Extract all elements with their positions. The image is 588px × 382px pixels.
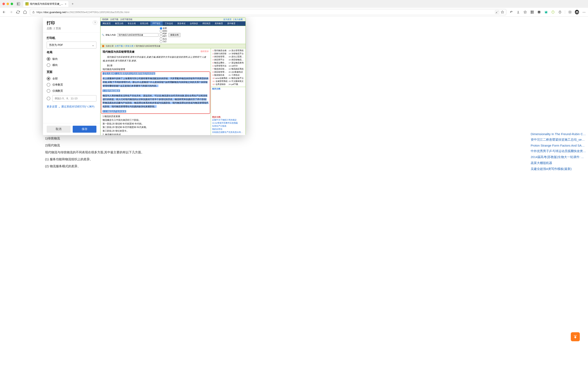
reader-mode-icon[interactable]: A» — [495, 10, 499, 14]
cancel-button[interactable]: 取消 — [47, 126, 71, 133]
topbar-link[interactable]: 加入收藏 — [234, 18, 243, 21]
nav-item[interactable]: 教育文档 — [113, 21, 126, 26]
hot-link[interactable]: 16供应链物流管理 — [228, 58, 244, 62]
nav-item[interactable]: 合同协议 — [188, 21, 200, 26]
hot-link[interactable]: 8供应链管理平台 — [212, 71, 228, 74]
more-link[interactable]: 定额中关于钢筋计算的规定 — [212, 119, 244, 122]
ext-collections-icon[interactable] — [568, 10, 572, 14]
ext-puzzle-icon[interactable] — [558, 10, 562, 14]
address-bar[interactable]: https://doc.guandang.net/bc2fd226f9055e4… — [30, 9, 506, 15]
nav-item[interactable]: 求职简历 — [200, 21, 213, 26]
breadcrumb-link[interactable]: 所有分类 — [125, 45, 133, 47]
topbar-link[interactable]: 馆档网 — [102, 18, 108, 21]
hot-link[interactable]: 22物流运输平台 — [228, 77, 244, 80]
hot-link[interactable]: 17货运物流查询 — [228, 62, 244, 64]
hot-link[interactable]: 24pdf下载 — [228, 83, 244, 86]
print-preview[interactable]: 馆档网 文档下载 文档下载导航 设为首页 | 加入收藏 网站首页教育文档专业文档… — [100, 17, 246, 135]
home-button[interactable] — [23, 10, 27, 14]
hot-link[interactable]: 14冷链物流平台 — [228, 52, 244, 55]
ext-download-icon[interactable] — [516, 10, 520, 14]
more-link[interactable]: 豆粕固态发酵生产优质高蛋白饲料的菌... — [212, 131, 244, 134]
hot-link[interactable]: 13后台管理系统 — [228, 49, 244, 52]
pages-even-radio[interactable]: 仅偶数页 — [47, 88, 96, 94]
nav-item[interactable]: 应用文档 — [138, 21, 150, 26]
more-settings-link[interactable]: 更多设置⌄ — [47, 105, 60, 108]
pages-range-radio[interactable] — [47, 94, 96, 103]
back-button[interactable] — [2, 10, 6, 14]
favorite-icon[interactable] — [501, 10, 504, 14]
ext-undo-icon[interactable]: ↶ — [509, 10, 513, 14]
ext-star-plus-icon[interactable] — [523, 10, 527, 14]
bg-link[interactable]: 中外优秀男子乒乓球运动员弧圈快攻类打法... — [531, 148, 586, 154]
search-filter-radio[interactable]: PPT — [160, 35, 167, 38]
hot-link[interactable]: 12仓库进销存 — [212, 83, 228, 86]
minimize-window-icon[interactable] — [7, 3, 9, 5]
nav-item[interactable]: 专业文档 — [126, 21, 138, 26]
hot-link[interactable]: 184d打印 — [228, 64, 244, 67]
forward-button[interactable] — [9, 10, 13, 14]
browser-tab[interactable]: 现代物流与供应链管理吴健_文... × — [23, 1, 68, 7]
hot-link[interactable]: 6仓库管理方法 — [212, 64, 228, 67]
breadcrumb-link[interactable]: 文档下载 — [115, 45, 123, 47]
hot-link[interactable]: 19物流跟踪系统 — [228, 67, 244, 71]
sidebar-toggle-icon[interactable] — [17, 2, 20, 5]
hot-link[interactable]: 4供应商平台 — [212, 58, 228, 62]
hot-link[interactable]: 5物流运费价格表 — [212, 62, 228, 64]
search-input[interactable] — [118, 33, 158, 37]
pages-range-input[interactable] — [52, 95, 96, 102]
more-menu-icon[interactable]: ⋯ — [582, 10, 586, 14]
search-filter-radio[interactable]: TXT — [160, 40, 167, 43]
hot-link[interactable]: 9物流报价表 — [212, 74, 228, 77]
printer-select[interactable]: 另存为 PDF ⌄ — [47, 42, 96, 48]
search-filter-radio[interactable]: DOC — [160, 30, 167, 32]
help-button[interactable]: ? — [93, 20, 97, 25]
pages-odd-radio[interactable]: 仅奇数页 — [47, 82, 96, 88]
nav-item[interactable]: 工作总结 — [163, 21, 175, 26]
more-link[interactable]: 我的自荐信 — [212, 128, 244, 131]
scroll-top-button[interactable] — [571, 332, 580, 341]
hot-link[interactable]: 7物流供应链管理 — [212, 67, 228, 71]
search-filter-radio[interactable]: XLS — [160, 38, 167, 40]
bg-link[interactable]: 2014届高考(苏教版)生物大一轮课件: ... — [531, 154, 586, 160]
reload-button[interactable] — [16, 10, 20, 14]
maximize-window-icon[interactable] — [11, 3, 13, 5]
hot-link[interactable]: 20400客服电话 — [228, 71, 244, 74]
bg-link[interactable]: 蔬菜大棚毯机器 — [531, 160, 586, 166]
system-print-link[interactable]: 通过系统对话框打印(⌥⌘P) — [61, 105, 94, 108]
close-window-icon[interactable] — [2, 3, 5, 5]
report-link[interactable]: 侵权投诉 — [200, 49, 209, 54]
bg-link[interactable]: 资中沱江二桥悬臂梁挂篮施工总结_secre... — [531, 137, 586, 143]
hot-link[interactable]: 23中文翻译英文 — [228, 80, 244, 83]
hot-link[interactable]: 1现代物流仓储 — [212, 49, 228, 52]
bg-link[interactable]: 吴建业超强A类写作模板(最新) — [531, 166, 586, 172]
hot-link[interactable]: 21工商电话 — [228, 74, 244, 77]
nav-item[interactable]: 英语考试 — [175, 21, 188, 26]
close-tab-icon[interactable]: × — [65, 2, 66, 5]
search-filter-radio[interactable]: PDF — [160, 32, 167, 35]
bg-link[interactable]: Proton Strange Form Factors And SAM... — [531, 143, 586, 148]
topbar-link[interactable]: 文档下载 — [110, 18, 118, 21]
topbar-link[interactable]: 文档下载导航 — [120, 18, 132, 21]
search-filter-radio[interactable]: 全部 — [160, 27, 167, 30]
ext-grid-icon[interactable] — [530, 10, 534, 14]
more-link[interactable]: HCSZ突发环境事件应急预案 — [212, 122, 244, 125]
ext-avatar-icon[interactable]: 🐼 — [575, 10, 579, 14]
save-button[interactable]: 保存 — [73, 126, 97, 133]
nav-item[interactable]: 网站首页 — [101, 21, 113, 26]
new-tab-button[interactable]: + — [72, 2, 74, 6]
nav-item[interactable]: 高中教育 — [225, 21, 238, 26]
nav-item[interactable]: 高等教育 — [213, 21, 225, 26]
topbar-link[interactable]: 设为首页 — [223, 18, 231, 21]
ext-badge-icon[interactable]: U — [537, 10, 541, 14]
hot-link[interactable]: 3供应链管理培训 — [212, 55, 228, 58]
window-controls[interactable] — [2, 3, 13, 5]
hot-link[interactable]: 10wms仓储系统 — [212, 77, 228, 80]
ext-save-icon[interactable] — [544, 10, 548, 14]
hot-link[interactable]: 2采购与供应链 — [212, 52, 228, 55]
pages-all-radio[interactable]: 全部 — [47, 76, 96, 82]
hot-link[interactable]: 11仓储管理系统 — [212, 80, 228, 83]
layout-portrait-radio[interactable]: 纵向 — [47, 56, 96, 62]
search-button[interactable]: 搜索文档 — [168, 33, 180, 37]
layout-landscape-radio[interactable]: 横向 — [47, 62, 96, 68]
nav-item[interactable]: PPT专区 — [150, 21, 163, 26]
